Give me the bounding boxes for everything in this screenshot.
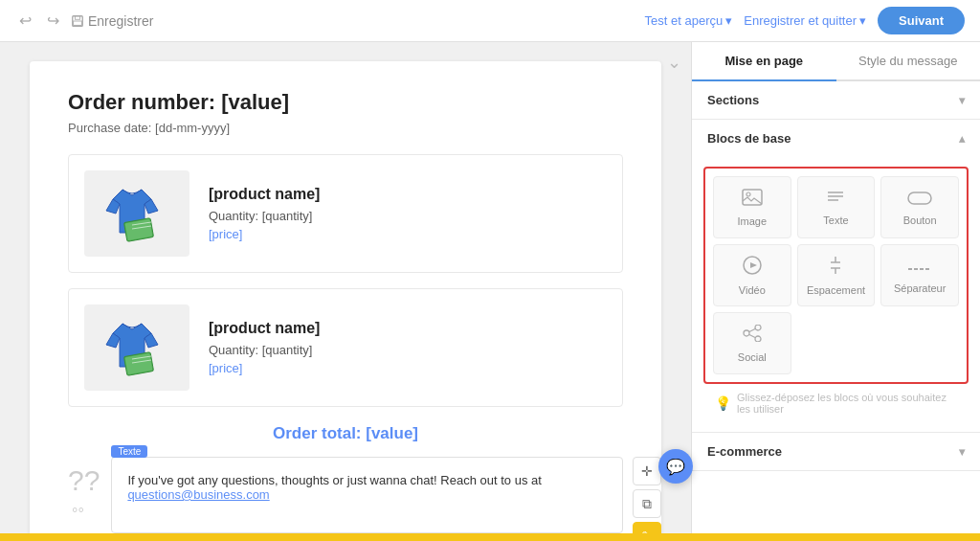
ecommerce-accordion-header[interactable]: E-commerce ▾ bbox=[692, 433, 980, 470]
question-marks-icon: ??°° bbox=[68, 466, 100, 524]
social-icon bbox=[742, 325, 763, 347]
product-illustration-2 bbox=[99, 314, 175, 381]
product-item-1: [product name] Quantity: [quantity] [pri… bbox=[68, 154, 623, 273]
bloc-bouton-label: Bouton bbox=[903, 214, 937, 226]
contact-email-link[interactable]: questions@business.com bbox=[127, 487, 269, 502]
svg-rect-2 bbox=[74, 21, 82, 25]
save-label: Enregistrer bbox=[71, 13, 153, 29]
bloc-texte[interactable]: Texte bbox=[797, 176, 876, 238]
tab-style-message[interactable]: Style du message bbox=[836, 42, 981, 81]
save-icon bbox=[71, 14, 84, 28]
next-button[interactable]: Suivant bbox=[878, 7, 965, 34]
preview-button[interactable]: Test et aperçu ▾ bbox=[645, 13, 733, 28]
blocs-grid: Image Texte Bouton bbox=[703, 167, 969, 384]
bloc-image-label: Image bbox=[738, 215, 768, 227]
blocs-content: Image Texte Bouton bbox=[692, 157, 980, 432]
product-price-1: [price] bbox=[209, 227, 320, 241]
bloc-separateur-label: Séparateur bbox=[894, 282, 946, 294]
bouton-icon bbox=[907, 190, 932, 210]
product-illustration-1 bbox=[99, 180, 175, 247]
right-panel: Mise en page Style du message Sections ▾… bbox=[691, 42, 980, 533]
drag-hint-text: Glissez-déposez les blocs où vous souhai… bbox=[737, 392, 957, 415]
svg-marker-18 bbox=[750, 262, 757, 268]
drag-hint: 💡 Glissez-déposez les blocs où vous souh… bbox=[703, 384, 969, 422]
canvas-area: ⌄ Order number: [value] Purchase date: [… bbox=[0, 42, 691, 533]
chevron-down-icon: ▾ bbox=[725, 13, 732, 28]
edit-block-button[interactable]: ✎ bbox=[633, 522, 661, 533]
bloc-social-label: Social bbox=[738, 351, 767, 363]
svg-point-23 bbox=[755, 325, 761, 330]
svg-point-12 bbox=[746, 192, 750, 196]
svg-line-25 bbox=[749, 328, 755, 331]
svg-rect-11 bbox=[743, 190, 762, 205]
main-layout: ⌄ Order number: [value] Purchase date: [… bbox=[0, 42, 980, 533]
ecommerce-chevron-icon: ▾ bbox=[959, 445, 965, 459]
order-total: Order total: [value] bbox=[68, 424, 623, 443]
product-image-1 bbox=[84, 170, 189, 257]
svg-point-22 bbox=[744, 330, 749, 336]
sections-label: Sections bbox=[707, 93, 759, 107]
sections-chevron-icon: ▾ bbox=[959, 94, 965, 107]
text-badge: Texte bbox=[111, 445, 147, 458]
video-icon bbox=[743, 256, 762, 280]
bloc-espacement[interactable]: Espacement bbox=[797, 244, 876, 306]
email-preview: Order number: [value] Purchase date: [dd… bbox=[30, 61, 661, 533]
svg-point-24 bbox=[755, 336, 761, 342]
text-block[interactable]: If you've got any questions, thoughts or… bbox=[111, 457, 623, 533]
scroll-indicator: ⌄ bbox=[667, 52, 681, 73]
tab-mise-en-page[interactable]: Mise en page bbox=[692, 42, 836, 81]
separateur-icon bbox=[908, 258, 931, 278]
bloc-video-label: Vidéo bbox=[739, 284, 766, 296]
bloc-social[interactable]: Social bbox=[713, 312, 791, 374]
bloc-espacement-label: Espacement bbox=[807, 284, 865, 296]
bloc-video[interactable]: Vidéo bbox=[713, 244, 791, 306]
save-quit-button[interactable]: Enregistrer et quitter ▾ bbox=[744, 13, 866, 28]
text-block-wrapper: ??°° Texte If you've got any questions, … bbox=[68, 457, 623, 533]
text-block-container: Texte If you've got any questions, thoug… bbox=[111, 457, 623, 533]
bloc-image[interactable]: Image bbox=[713, 176, 791, 238]
espacement-icon bbox=[827, 256, 844, 280]
product-qty-2: Quantity: [quantity] bbox=[209, 343, 320, 357]
svg-line-26 bbox=[749, 334, 755, 337]
topbar-left: ↩ ↪ Enregistrer bbox=[15, 10, 153, 32]
undo-button[interactable]: ↩ bbox=[15, 10, 35, 32]
topbar-right: Test et aperçu ▾ Enregistrer et quitter … bbox=[645, 7, 965, 34]
product-name-2: [product name] bbox=[209, 320, 320, 337]
email-title: Order number: [value] bbox=[68, 90, 623, 115]
ecommerce-label: E-commerce bbox=[707, 444, 782, 459]
ecommerce-accordion: E-commerce ▾ bbox=[692, 433, 980, 471]
svg-rect-16 bbox=[908, 192, 931, 204]
blocs-accordion-header[interactable]: Blocs de base ▴ bbox=[692, 120, 980, 157]
product-qty-1: Quantity: [quantity] bbox=[209, 209, 320, 223]
product-name-1: [product name] bbox=[209, 186, 320, 203]
bottom-stripe bbox=[0, 533, 980, 541]
copy-block-button[interactable]: ⧉ bbox=[633, 489, 661, 518]
redo-button[interactable]: ↪ bbox=[43, 10, 63, 32]
sections-accordion-header[interactable]: Sections ▾ bbox=[692, 81, 980, 119]
topbar: ↩ ↪ Enregistrer Test et aperçu ▾ Enregis… bbox=[0, 0, 980, 42]
product-image-2 bbox=[84, 304, 189, 391]
product-price-2: [price] bbox=[209, 361, 320, 375]
bulb-icon: 💡 bbox=[715, 395, 731, 411]
blocs-label: Blocs de base bbox=[707, 131, 791, 146]
bloc-bouton[interactable]: Bouton bbox=[880, 176, 959, 238]
image-icon bbox=[742, 189, 763, 211]
chat-bubble[interactable]: 💬 bbox=[658, 449, 691, 484]
purchase-date: Purchase date: [dd-mm-yyyy] bbox=[68, 121, 623, 135]
sections-accordion: Sections ▾ bbox=[692, 81, 980, 120]
bloc-separateur[interactable]: Séparateur bbox=[880, 244, 959, 306]
product-item-2: [product name] Quantity: [quantity] [pri… bbox=[68, 288, 623, 407]
texte-icon bbox=[826, 190, 845, 210]
blocs-chevron-icon: ▴ bbox=[959, 132, 965, 146]
chevron-down-icon: ▾ bbox=[859, 13, 866, 28]
blocs-accordion: Blocs de base ▴ Image bbox=[692, 120, 980, 433]
product-info-1: [product name] Quantity: [quantity] [pri… bbox=[209, 186, 320, 241]
panel-tabs: Mise en page Style du message bbox=[692, 42, 980, 81]
bloc-texte-label: Texte bbox=[823, 214, 848, 226]
move-block-button[interactable]: ✛ bbox=[633, 457, 661, 485]
product-info-2: [product name] Quantity: [quantity] [pri… bbox=[209, 320, 320, 375]
block-tools: ✛ ⧉ ✎ 🗑 bbox=[633, 457, 661, 533]
